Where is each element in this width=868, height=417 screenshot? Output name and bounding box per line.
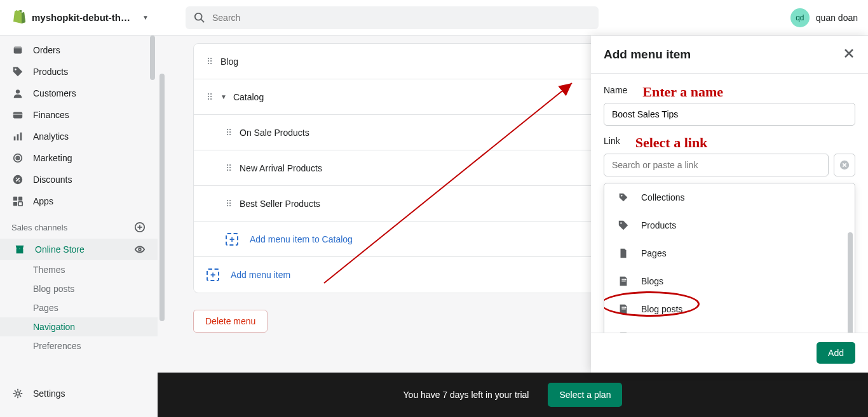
search-input-wrapper[interactable] [186,6,599,29]
sidebar-subitem-blog-posts[interactable]: Blog posts [0,279,158,298]
sidebar-item-apps[interactable]: Apps [0,190,158,212]
drag-handle-icon[interactable]: ⠿ [226,199,231,209]
policies-icon [617,331,630,333]
dropdown-option-label: Collections [641,192,684,202]
products-icon [617,219,630,232]
shopify-logo-icon [10,9,25,27]
name-field-label: Name [604,85,627,95]
sidebar-item-label: Products [33,67,68,77]
panel-title: Add menu item [604,48,691,62]
drag-handle-icon[interactable]: ⠿ [226,163,231,173]
svg-rect-20 [18,202,22,206]
svg-point-5 [16,89,20,93]
store-switcher[interactable]: myshopkit-debut-the... ▼ [10,9,175,27]
dropdown-option-pages[interactable]: Pages [604,239,855,267]
svg-rect-19 [13,202,17,206]
svg-point-16 [18,180,20,182]
select-plan-button[interactable]: Select a plan [548,383,622,407]
svg-rect-35 [621,307,625,307]
user-name: quan doan [816,13,858,23]
add-channel-icon[interactable] [133,221,146,234]
dropdown-option-blog-posts[interactable]: Blog posts [604,295,855,323]
search-input[interactable] [212,13,591,23]
svg-point-31 [620,222,621,223]
svg-line-1 [201,19,205,22]
apps-icon [11,195,24,208]
svg-point-4 [15,69,17,70]
svg-rect-10 [20,133,22,141]
blog-posts-icon [617,303,630,315]
dropdown-option-blogs[interactable]: Blogs [604,267,855,295]
svg-rect-18 [18,197,22,201]
clear-link-button[interactable] [834,154,855,176]
svg-rect-8 [14,136,16,140]
dropdown-scrollbar[interactable] [848,194,854,333]
sidebar-scrollbar[interactable] [147,36,158,417]
chevron-down-icon[interactable]: ▼ [220,93,227,100]
sidebar-item-analytics[interactable]: Analytics [0,126,158,147]
svg-point-13 [17,157,18,159]
sidebar-item-customers[interactable]: Customers [0,83,158,104]
trial-bar: You have 7 days left in your trial Selec… [158,373,868,417]
svg-rect-9 [17,134,19,140]
collections-icon [617,191,630,204]
name-input[interactable] [604,103,855,126]
svg-rect-36 [621,308,625,309]
trial-message: You have 7 days left in your trial [403,390,529,400]
dropdown-option-products[interactable]: Products [604,211,855,239]
add-menu-item-label: Add menu item to Catalog [250,234,353,244]
svg-rect-32 [621,279,625,279]
view-store-icon[interactable] [133,243,146,256]
add-menu-item-panel: Add menu item Name Enter a name Link Sel… [591,36,868,373]
drag-handle-icon[interactable]: ⠿ [207,92,212,102]
sidebar-subitem-themes[interactable]: Themes [0,260,158,279]
sidebar-item-marketing[interactable]: Marketing [0,147,158,169]
sidebar-subitem-preferences[interactable]: Preferences [0,336,158,355]
sidebar-subitem-navigation[interactable]: Navigation [0,317,158,336]
avatar: qd [790,8,810,27]
topbar: myshopkit-debut-the... ▼ qd quan doan [0,0,868,36]
search-icon [193,11,206,24]
sidebar-item-orders[interactable]: Orders [0,39,158,61]
dropdown-option-label: Blog posts [641,304,682,314]
sidebar-item-label: Discounts [33,175,72,185]
dropdown-option-collections[interactable]: Collections [604,183,855,211]
link-input[interactable] [604,154,829,176]
svg-point-30 [621,195,622,196]
sidebar-item-settings[interactable]: Settings [0,383,158,404]
dropdown-option-label: Pages [641,248,667,258]
sidebar-subitem-pages[interactable]: Pages [0,298,158,317]
pages-icon [617,247,630,260]
sidebar-item-finances[interactable]: Finances [0,104,158,126]
settings-icon [11,387,24,400]
drag-handle-icon[interactable]: ⠿ [207,56,212,67]
svg-point-25 [139,248,141,251]
main-scrollbar[interactable] [158,36,166,417]
add-button[interactable]: Add [817,342,855,364]
add-dashed-icon: + [226,233,238,246]
sidebar-item-label: Settings [33,388,65,399]
orders-icon [11,44,24,56]
svg-point-15 [16,178,17,179]
sidebar-item-discounts[interactable]: Discounts [0,169,158,190]
analytics-icon [11,130,24,143]
svg-rect-7 [13,114,22,115]
sidebar-item-label: Marketing [33,153,72,163]
store-name: myshopkit-debut-the... [32,12,133,23]
delete-menu-button[interactable]: Delete menu [193,310,268,333]
sidebar-item-online-store[interactable]: Online Store [0,239,158,260]
user-menu[interactable]: qd quan doan [790,8,858,27]
dropdown-option-label: Blogs [641,276,663,286]
customers-icon [11,87,24,100]
sidebar-item-label: Analytics [33,131,69,142]
close-icon[interactable] [843,47,855,62]
blogs-icon [617,275,630,288]
svg-point-34 [625,279,627,280]
dropdown-option-label: Policies [641,332,672,333]
dropdown-option-policies[interactable]: Policies [604,323,855,333]
sidebar-item-label: Finances [33,110,69,120]
svg-rect-3 [14,47,22,49]
drag-handle-icon[interactable]: ⠿ [226,128,231,138]
sidebar-item-products[interactable]: Products [0,61,158,83]
add-dashed-icon: + [207,268,219,281]
